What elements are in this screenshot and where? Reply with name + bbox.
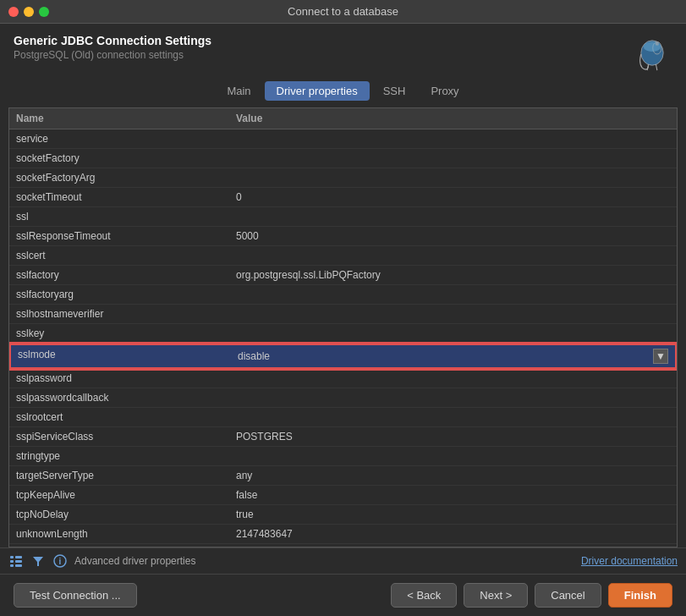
table-row[interactable]: sslrootcert xyxy=(9,408,677,427)
tab-main[interactable]: Main xyxy=(215,81,262,101)
driver-documentation-link[interactable]: Driver documentation xyxy=(581,555,678,567)
header: Generic JDBC Connection Settings Postgre… xyxy=(0,24,686,81)
property-value xyxy=(229,388,677,407)
property-name: socketTimeout xyxy=(9,188,229,206)
svg-rect-6 xyxy=(10,556,14,558)
property-name: unknownLength xyxy=(9,525,229,543)
table-row[interactable]: sslcert xyxy=(9,246,677,266)
property-value xyxy=(229,246,677,265)
svg-text:i: i xyxy=(59,557,62,566)
svg-rect-7 xyxy=(15,556,22,558)
property-name: sslrootcert xyxy=(9,408,229,426)
main-window: Generic JDBC Connection Settings Postgre… xyxy=(0,24,686,616)
column-name-header: Name xyxy=(9,108,229,129)
header-left: Generic JDBC Connection Settings Postgre… xyxy=(14,34,211,61)
table-row[interactable]: sslkey xyxy=(9,324,677,344)
property-name: socketFactory xyxy=(9,149,229,168)
property-value: POSTGRES xyxy=(229,427,677,446)
property-name: sslpasswordcallback xyxy=(9,388,229,407)
filter-icon[interactable] xyxy=(30,553,46,569)
close-button[interactable] xyxy=(8,7,19,17)
property-name: targetServerType xyxy=(9,466,229,485)
title-bar: Connect to a database xyxy=(0,0,686,24)
property-value: true xyxy=(229,505,677,524)
table-row[interactable]: stringtype xyxy=(9,447,677,466)
list-icon[interactable] xyxy=(8,553,24,569)
property-name: sslkey xyxy=(9,324,229,343)
table-row[interactable]: sspiServiceClassPOSTGRES xyxy=(9,427,677,447)
svg-line-4 xyxy=(656,64,656,70)
property-name: sslcert xyxy=(9,246,229,265)
table-row[interactable]: targetServerTypeany xyxy=(9,466,677,486)
connection-settings-title: Generic JDBC Connection Settings xyxy=(14,34,211,47)
table-row[interactable]: socketFactory xyxy=(9,149,677,168)
property-name: ssl xyxy=(9,207,229,226)
property-value xyxy=(229,149,677,168)
cancel-button[interactable]: Cancel xyxy=(535,583,601,608)
tab-driver-properties[interactable]: Driver properties xyxy=(265,81,370,101)
property-value xyxy=(229,408,677,426)
test-connection-button[interactable]: Test Connection ... xyxy=(14,583,137,608)
property-name: tcpKeepAlive xyxy=(9,486,229,504)
property-name: service xyxy=(9,129,229,148)
dropdown-arrow-icon[interactable]: ▼ xyxy=(653,349,668,364)
property-value: 0 xyxy=(229,188,677,206)
back-button[interactable]: < Back xyxy=(391,583,457,608)
table-row[interactable]: socketTimeout0 xyxy=(9,188,677,207)
property-value xyxy=(229,447,677,465)
connection-settings-subtitle: PostgreSQL (Old) connection settings xyxy=(14,49,211,61)
property-name: socketFactoryArg xyxy=(9,168,229,187)
table-row[interactable]: unknownLength2147483647 xyxy=(9,525,677,544)
property-value: 5000 xyxy=(229,227,677,245)
table-row[interactable]: sslpasswordcallback xyxy=(9,388,677,408)
property-name: sslmode xyxy=(11,345,231,367)
advanced-driver-properties-label: Advanced driver properties xyxy=(74,555,195,567)
table-header: Name Value xyxy=(9,108,677,129)
table-row[interactable]: sslfactoryorg.postgresql.ssl.LibPQFactor… xyxy=(9,266,677,285)
table-row[interactable]: service xyxy=(9,129,677,149)
property-name: sslpassword xyxy=(9,369,229,388)
property-value[interactable]: disable▼ xyxy=(231,345,675,367)
window-title: Connect to a database xyxy=(288,5,398,18)
svg-marker-12 xyxy=(33,557,43,566)
property-value: false xyxy=(229,486,677,504)
table-row[interactable]: sslfactoryarg xyxy=(9,285,677,305)
property-value: any xyxy=(229,466,677,485)
property-value xyxy=(229,305,677,323)
table-row[interactable]: socketFactoryArg xyxy=(9,168,677,188)
column-value-header: Value xyxy=(229,108,677,129)
properties-table: Name Value servicesocketFactorysocketFac… xyxy=(8,107,678,547)
tab-ssh[interactable]: SSH xyxy=(371,81,418,101)
info-icon[interactable]: i xyxy=(52,553,68,569)
footer-toolbar: i Advanced driver properties Driver docu… xyxy=(0,547,686,574)
property-name: tcpNoDelay xyxy=(9,505,229,524)
postgres-logo xyxy=(632,34,672,74)
maximize-button[interactable] xyxy=(39,7,49,17)
bottom-bar: Test Connection ... < Back Next > Cancel… xyxy=(0,574,686,616)
property-name: sslfactory xyxy=(9,266,229,284)
property-name: sslfactoryarg xyxy=(9,285,229,304)
traffic-lights xyxy=(8,7,49,17)
property-value xyxy=(229,369,677,388)
svg-line-3 xyxy=(647,64,648,70)
table-row[interactable]: sslpassword xyxy=(9,369,677,388)
table-row[interactable]: sslhostnameverifier xyxy=(9,305,677,324)
table-row[interactable]: sslResponseTimeout5000 xyxy=(9,227,677,246)
property-value xyxy=(229,285,677,304)
property-value xyxy=(229,324,677,343)
property-name: sspiServiceClass xyxy=(9,427,229,446)
table-row[interactable]: sslmodedisable▼ xyxy=(9,344,677,369)
property-value xyxy=(229,168,677,187)
next-button[interactable]: Next > xyxy=(464,583,528,608)
minimize-button[interactable] xyxy=(24,7,34,17)
navigation-buttons: < Back Next > Cancel Finish xyxy=(391,583,672,608)
svg-rect-10 xyxy=(10,564,14,567)
property-name: stringtype xyxy=(9,447,229,465)
table-row[interactable]: ssl xyxy=(9,207,677,227)
finish-button[interactable]: Finish xyxy=(608,583,672,608)
svg-rect-9 xyxy=(15,560,22,563)
table-row[interactable]: tcpNoDelaytrue xyxy=(9,505,677,525)
property-name: sslResponseTimeout xyxy=(9,227,229,245)
table-row[interactable]: tcpKeepAlivefalse xyxy=(9,486,677,505)
tab-proxy[interactable]: Proxy xyxy=(419,81,470,101)
